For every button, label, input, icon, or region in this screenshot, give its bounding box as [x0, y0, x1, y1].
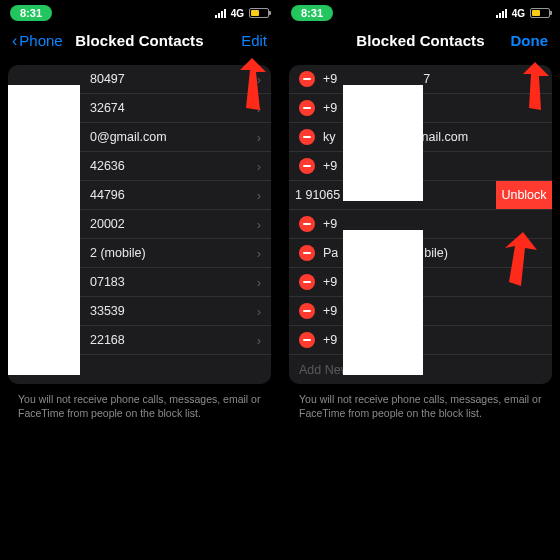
contact-label-tail: nail.com [422, 130, 469, 144]
back-label: Phone [19, 32, 62, 49]
contact-label: +9 [323, 217, 337, 231]
contact-label: Pa [323, 246, 338, 260]
time-pill[interactable]: 8:31 [291, 5, 333, 21]
delete-minus-icon[interactable] [299, 129, 315, 145]
contact-label-tail: bile) [424, 246, 448, 260]
footer-note: You will not receive phone calls, messag… [281, 384, 560, 428]
back-button[interactable]: ‹ Phone [12, 32, 64, 49]
screenshot-left: 8:31 4G ‹ Phone Blocked Contacts Edit 80… [0, 0, 279, 560]
redaction-mask [343, 85, 423, 201]
contact-label: +9 [323, 101, 337, 115]
status-right: 4G [496, 8, 550, 19]
screenshot-right: 8:31 4G . Blocked Contacts Done +97+9kyn… [281, 0, 560, 560]
chevron-right-icon: › [257, 72, 261, 87]
status-bar: 8:31 4G [0, 0, 279, 24]
contact-label: +9 [323, 275, 337, 289]
delete-minus-icon[interactable] [299, 158, 315, 174]
chevron-right-icon: › [257, 101, 261, 116]
chevron-right-icon: › [257, 246, 261, 261]
redaction-mask [343, 230, 423, 375]
delete-minus-icon[interactable] [299, 100, 315, 116]
page-title: Blocked Contacts [356, 32, 484, 49]
chevron-left-icon: ‹ [12, 33, 17, 49]
status-bar: 8:31 4G [281, 0, 560, 24]
chevron-right-icon: › [257, 217, 261, 232]
redaction-mask [8, 85, 80, 375]
nav-bar: ‹ Phone Blocked Contacts Edit [0, 24, 279, 59]
time-pill[interactable]: 8:31 [10, 5, 52, 21]
delete-minus-icon[interactable] [299, 332, 315, 348]
delete-minus-icon[interactable] [299, 216, 315, 232]
chevron-right-icon: › [257, 159, 261, 174]
footer-note: You will not receive phone calls, messag… [0, 384, 279, 428]
chevron-right-icon: › [257, 188, 261, 203]
delete-minus-icon[interactable] [299, 245, 315, 261]
network-label: 4G [512, 8, 525, 19]
contact-label-tail: 7 [423, 72, 430, 86]
page-title: Blocked Contacts [75, 32, 203, 49]
network-label: 4G [231, 8, 244, 19]
chevron-right-icon: › [257, 275, 261, 290]
delete-minus-icon[interactable] [299, 71, 315, 87]
edit-button[interactable]: Edit [215, 32, 267, 49]
contact-label: ky [323, 130, 336, 144]
contact-label: +9 [323, 304, 337, 318]
contact-label: +9 [323, 72, 337, 86]
nav-bar: . Blocked Contacts Done [281, 24, 560, 59]
signal-bars-icon [496, 9, 507, 18]
contact-label: +9 [323, 333, 337, 347]
delete-minus-icon[interactable] [299, 274, 315, 290]
chevron-right-icon: › [257, 333, 261, 348]
delete-minus-icon[interactable] [299, 303, 315, 319]
unblock-button[interactable]: Unblock [496, 181, 552, 209]
done-button[interactable]: Done [496, 32, 548, 49]
signal-bars-icon [215, 9, 226, 18]
contact-label: +9 [323, 159, 337, 173]
chevron-right-icon: › [257, 130, 261, 145]
contact-label: 80497 [18, 72, 125, 86]
battery-icon [249, 8, 269, 18]
chevron-right-icon: › [257, 304, 261, 319]
status-right: 4G [215, 8, 269, 19]
battery-icon [530, 8, 550, 18]
